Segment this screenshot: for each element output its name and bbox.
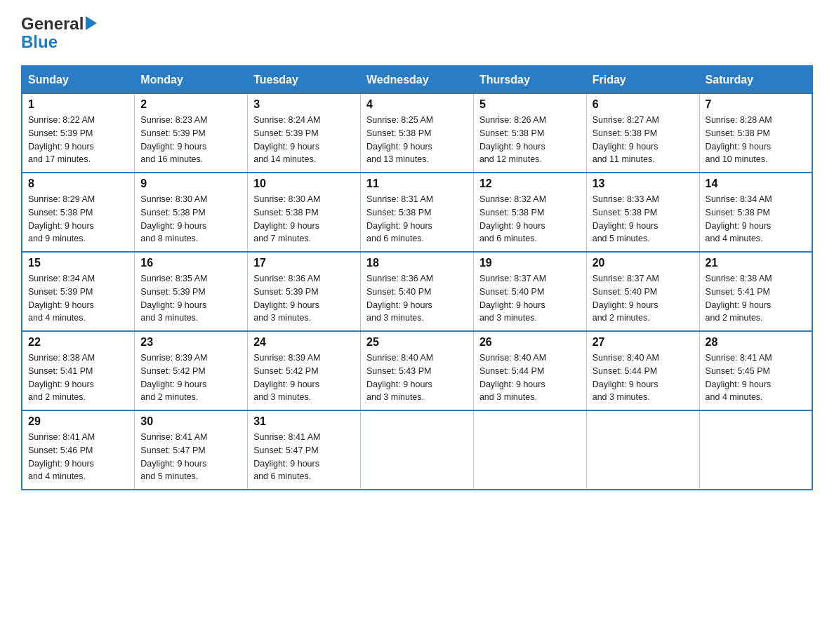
calendar-header-sunday: Sunday (22, 66, 135, 94)
day-number: 22 (28, 336, 128, 349)
calendar-header-wednesday: Wednesday (361, 66, 474, 94)
day-info: Sunrise: 8:38 AM Sunset: 5:41 PM Dayligh… (706, 272, 806, 325)
day-info: Sunrise: 8:27 AM Sunset: 5:38 PM Dayligh… (593, 114, 694, 166)
calendar-day-cell: 15 Sunrise: 8:34 AM Sunset: 5:39 PM Dayl… (22, 252, 135, 331)
day-info: Sunrise: 8:34 AM Sunset: 5:39 PM Dayligh… (28, 272, 128, 325)
day-info: Sunrise: 8:31 AM Sunset: 5:38 PM Dayligh… (366, 193, 468, 246)
logo-arrow-icon (86, 16, 97, 30)
day-info: Sunrise: 8:29 AM Sunset: 5:38 PM Dayligh… (28, 193, 128, 246)
calendar-day-cell: 19 Sunrise: 8:37 AM Sunset: 5:40 PM Dayl… (473, 252, 586, 331)
day-number: 26 (479, 336, 581, 349)
calendar-day-cell: 2 Sunrise: 8:23 AM Sunset: 5:39 PM Dayli… (135, 94, 248, 173)
calendar-day-cell: 9 Sunrise: 8:30 AM Sunset: 5:38 PM Dayli… (135, 173, 248, 252)
day-number: 8 (28, 177, 128, 190)
day-number: 5 (479, 98, 581, 111)
calendar-day-cell: 12 Sunrise: 8:32 AM Sunset: 5:38 PM Dayl… (473, 173, 586, 252)
day-info: Sunrise: 8:38 AM Sunset: 5:41 PM Dayligh… (28, 351, 128, 404)
calendar-day-cell: 30 Sunrise: 8:41 AM Sunset: 5:47 PM Dayl… (135, 410, 248, 490)
calendar-day-cell: 14 Sunrise: 8:34 AM Sunset: 5:38 PM Dayl… (699, 173, 812, 252)
day-number: 13 (593, 177, 694, 190)
day-info: Sunrise: 8:41 AM Sunset: 5:46 PM Dayligh… (28, 431, 128, 483)
calendar-day-cell: 26 Sunrise: 8:40 AM Sunset: 5:44 PM Dayl… (473, 331, 586, 410)
calendar-day-cell (586, 410, 699, 490)
calendar-week-row: 8 Sunrise: 8:29 AM Sunset: 5:38 PM Dayli… (22, 173, 812, 252)
day-info: Sunrise: 8:26 AM Sunset: 5:38 PM Dayligh… (479, 114, 581, 166)
calendar-day-cell: 6 Sunrise: 8:27 AM Sunset: 5:38 PM Dayli… (586, 94, 699, 173)
day-number: 10 (253, 177, 355, 190)
day-info: Sunrise: 8:36 AM Sunset: 5:40 PM Dayligh… (366, 272, 468, 325)
day-info: Sunrise: 8:40 AM Sunset: 5:44 PM Dayligh… (479, 351, 581, 404)
day-number: 20 (593, 257, 694, 269)
day-number: 25 (366, 336, 468, 349)
day-info: Sunrise: 8:40 AM Sunset: 5:44 PM Dayligh… (593, 351, 694, 404)
calendar-day-cell: 25 Sunrise: 8:40 AM Sunset: 5:43 PM Dayl… (361, 331, 474, 410)
day-info: Sunrise: 8:41 AM Sunset: 5:45 PM Dayligh… (706, 351, 806, 404)
calendar-day-cell: 21 Sunrise: 8:38 AM Sunset: 5:41 PM Dayl… (699, 252, 812, 331)
calendar-day-cell: 29 Sunrise: 8:41 AM Sunset: 5:46 PM Dayl… (22, 410, 135, 490)
day-number: 12 (479, 177, 581, 190)
day-info: Sunrise: 8:39 AM Sunset: 5:42 PM Dayligh… (140, 351, 241, 404)
day-number: 21 (706, 257, 806, 269)
day-number: 30 (140, 415, 241, 428)
calendar-day-cell: 18 Sunrise: 8:36 AM Sunset: 5:40 PM Dayl… (361, 252, 474, 331)
day-number: 1 (28, 98, 128, 111)
calendar-day-cell: 13 Sunrise: 8:33 AM Sunset: 5:38 PM Dayl… (586, 173, 699, 252)
calendar-day-cell: 16 Sunrise: 8:35 AM Sunset: 5:39 PM Dayl… (135, 252, 248, 331)
day-number: 18 (366, 257, 468, 269)
day-info: Sunrise: 8:41 AM Sunset: 5:47 PM Dayligh… (140, 431, 241, 483)
calendar-day-cell (699, 410, 812, 490)
day-number: 27 (593, 336, 694, 349)
calendar-day-cell: 20 Sunrise: 8:37 AM Sunset: 5:40 PM Dayl… (586, 252, 699, 331)
calendar-table: SundayMondayTuesdayWednesdayThursdayFrid… (21, 65, 813, 490)
day-info: Sunrise: 8:30 AM Sunset: 5:38 PM Dayligh… (253, 193, 355, 246)
day-number: 16 (140, 257, 241, 269)
day-info: Sunrise: 8:41 AM Sunset: 5:47 PM Dayligh… (253, 431, 355, 483)
day-number: 9 (140, 177, 241, 190)
day-info: Sunrise: 8:25 AM Sunset: 5:38 PM Dayligh… (366, 114, 468, 166)
calendar-day-cell: 17 Sunrise: 8:36 AM Sunset: 5:39 PM Dayl… (248, 252, 361, 331)
day-info: Sunrise: 8:39 AM Sunset: 5:42 PM Dayligh… (253, 351, 355, 404)
day-info: Sunrise: 8:22 AM Sunset: 5:39 PM Dayligh… (28, 114, 128, 166)
calendar-day-cell: 23 Sunrise: 8:39 AM Sunset: 5:42 PM Dayl… (135, 331, 248, 410)
calendar-week-row: 22 Sunrise: 8:38 AM Sunset: 5:41 PM Dayl… (22, 331, 812, 410)
day-info: Sunrise: 8:35 AM Sunset: 5:39 PM Dayligh… (140, 272, 241, 325)
day-number: 15 (28, 257, 128, 269)
calendar-day-cell: 28 Sunrise: 8:41 AM Sunset: 5:45 PM Dayl… (699, 331, 812, 410)
day-number: 23 (140, 336, 241, 349)
calendar-day-cell (473, 410, 586, 490)
calendar-header-saturday: Saturday (699, 66, 812, 94)
day-number: 6 (593, 98, 694, 111)
page-header: General Blue (21, 14, 813, 51)
day-info: Sunrise: 8:40 AM Sunset: 5:43 PM Dayligh… (366, 351, 468, 404)
calendar-week-row: 1 Sunrise: 8:22 AM Sunset: 5:39 PM Dayli… (22, 94, 812, 173)
calendar-week-row: 29 Sunrise: 8:41 AM Sunset: 5:46 PM Dayl… (22, 410, 812, 490)
calendar-header-monday: Monday (135, 66, 248, 94)
day-info: Sunrise: 8:23 AM Sunset: 5:39 PM Dayligh… (140, 114, 241, 166)
calendar-day-cell: 10 Sunrise: 8:30 AM Sunset: 5:38 PM Dayl… (248, 173, 361, 252)
calendar-header-tuesday: Tuesday (248, 66, 361, 94)
day-info: Sunrise: 8:37 AM Sunset: 5:40 PM Dayligh… (479, 272, 581, 325)
day-number: 17 (253, 257, 355, 269)
day-number: 19 (479, 257, 581, 269)
calendar-day-cell: 8 Sunrise: 8:29 AM Sunset: 5:38 PM Dayli… (22, 173, 135, 252)
day-info: Sunrise: 8:24 AM Sunset: 5:39 PM Dayligh… (253, 114, 355, 166)
logo-general-text: General (21, 14, 84, 34)
day-info: Sunrise: 8:28 AM Sunset: 5:38 PM Dayligh… (706, 114, 806, 166)
day-number: 14 (706, 177, 806, 190)
calendar-day-cell: 22 Sunrise: 8:38 AM Sunset: 5:41 PM Dayl… (22, 331, 135, 410)
calendar-day-cell: 3 Sunrise: 8:24 AM Sunset: 5:39 PM Dayli… (248, 94, 361, 173)
logo: General Blue (21, 14, 97, 51)
day-number: 28 (706, 336, 806, 349)
calendar-day-cell: 1 Sunrise: 8:22 AM Sunset: 5:39 PM Dayli… (22, 94, 135, 173)
day-info: Sunrise: 8:30 AM Sunset: 5:38 PM Dayligh… (140, 193, 241, 246)
calendar-day-cell: 31 Sunrise: 8:41 AM Sunset: 5:47 PM Dayl… (248, 410, 361, 490)
day-number: 29 (28, 415, 128, 428)
calendar-header-thursday: Thursday (473, 66, 586, 94)
calendar-day-cell: 5 Sunrise: 8:26 AM Sunset: 5:38 PM Dayli… (473, 94, 586, 173)
calendar-day-cell: 24 Sunrise: 8:39 AM Sunset: 5:42 PM Dayl… (248, 331, 361, 410)
day-info: Sunrise: 8:36 AM Sunset: 5:39 PM Dayligh… (253, 272, 355, 325)
calendar-day-cell: 27 Sunrise: 8:40 AM Sunset: 5:44 PM Dayl… (586, 331, 699, 410)
calendar-day-cell: 7 Sunrise: 8:28 AM Sunset: 5:38 PM Dayli… (699, 94, 812, 173)
day-info: Sunrise: 8:34 AM Sunset: 5:38 PM Dayligh… (706, 193, 806, 246)
day-number: 4 (366, 98, 468, 111)
